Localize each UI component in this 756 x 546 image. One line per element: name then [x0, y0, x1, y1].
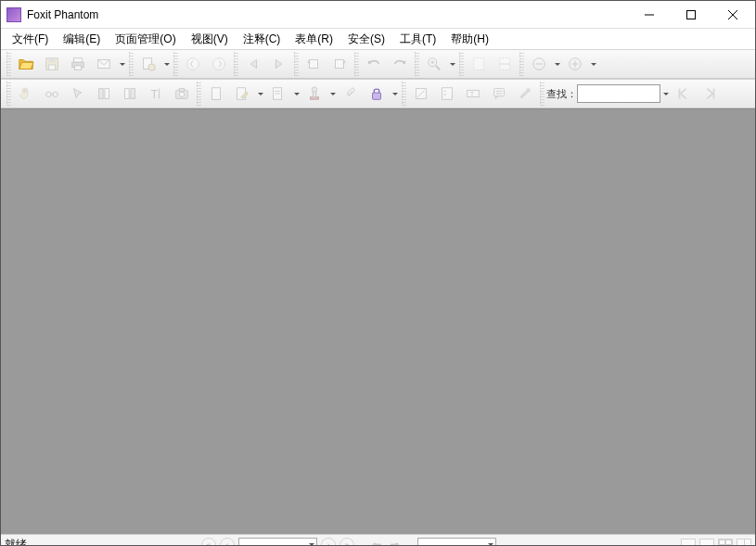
menu-bar: 文件(F) 编辑(E) 页面管理(O) 视图(V) 注释(C) 表单(R) 安全…: [1, 29, 755, 49]
edit-doc-icon[interactable]: [230, 82, 254, 106]
menu-view[interactable]: 视图(V): [184, 30, 236, 49]
view-continuous-facing-icon[interactable]: [737, 539, 751, 547]
text-select-icon[interactable]: T: [144, 82, 168, 106]
document-icon[interactable]: [204, 82, 228, 106]
menu-edit[interactable]: 编辑(E): [56, 30, 108, 49]
back-icon[interactable]: [241, 52, 265, 76]
svg-rect-21: [474, 58, 484, 70]
select-tool-icon[interactable]: [66, 82, 90, 106]
redo-icon[interactable]: [388, 52, 412, 76]
svg-rect-15: [310, 60, 318, 69]
menu-file[interactable]: 文件(F): [5, 30, 56, 49]
nav-back-icon[interactable]: ⇦: [369, 538, 384, 547]
zoom-plus-icon[interactable]: [563, 52, 587, 76]
document-area[interactable]: [1, 108, 755, 534]
nav-forward-icon[interactable]: ⇨: [388, 538, 403, 547]
view-facing-icon[interactable]: [718, 539, 733, 547]
note-icon[interactable]: [487, 82, 511, 106]
view-continuous-icon[interactable]: [699, 539, 714, 547]
maximize-button[interactable]: [670, 1, 711, 28]
create-pdf-dropdown[interactable]: [161, 52, 172, 76]
save-icon[interactable]: [40, 52, 64, 76]
toolbar-1: [1, 49, 755, 79]
svg-point-12: [148, 64, 155, 70]
edit-doc-dropdown[interactable]: [255, 82, 265, 106]
close-button[interactable]: [711, 1, 753, 28]
svg-rect-33: [105, 89, 109, 99]
find-prev-icon[interactable]: [672, 82, 696, 106]
menu-comment[interactable]: 注释(C): [236, 30, 288, 49]
email-icon[interactable]: [92, 52, 116, 76]
search-input[interactable]: [577, 84, 660, 103]
hand-tool-icon[interactable]: [14, 82, 38, 106]
link-icon[interactable]: [513, 82, 537, 106]
svg-point-13: [187, 58, 199, 70]
svg-rect-53: [443, 94, 446, 95]
security-dropdown[interactable]: [390, 82, 400, 106]
ocr-dropdown[interactable]: [291, 82, 301, 106]
zoom-combo[interactable]: [417, 538, 496, 547]
undo-icon[interactable]: [362, 52, 386, 76]
svg-rect-34: [125, 89, 130, 99]
fit-page-icon[interactable]: [467, 52, 491, 76]
svg-rect-5: [48, 58, 55, 62]
svg-rect-35: [131, 89, 135, 99]
glasses-icon[interactable]: [40, 82, 64, 106]
svg-point-29: [46, 92, 51, 96]
email-dropdown[interactable]: [117, 52, 127, 76]
fit-width-icon[interactable]: [493, 52, 517, 76]
menu-form[interactable]: 表单(R): [288, 30, 340, 49]
form-icon[interactable]: [435, 82, 459, 106]
zoom-in-icon[interactable]: [422, 52, 446, 76]
zoom-plus-dropdown[interactable]: [588, 52, 598, 76]
svg-text:T: T: [151, 88, 159, 101]
svg-rect-16: [336, 60, 344, 69]
open-icon[interactable]: [14, 52, 38, 76]
svg-rect-1: [686, 10, 695, 19]
status-last-page-icon[interactable]: »: [340, 538, 354, 547]
search-dropdown[interactable]: [660, 82, 671, 106]
toolbar-2: T T 查找：: [1, 79, 755, 108]
forward-icon[interactable]: [267, 52, 291, 76]
zoom-minus-icon[interactable]: [527, 52, 551, 76]
zoom-dropdown[interactable]: [447, 52, 457, 76]
menu-secure[interactable]: 安全(S): [340, 30, 392, 49]
app-title: Foxit Phantom: [27, 8, 98, 21]
security-lock-icon[interactable]: [365, 82, 389, 106]
first-page-icon[interactable]: [181, 52, 205, 76]
page-number-combo[interactable]: [238, 538, 317, 547]
snapshot-right-icon[interactable]: [118, 82, 142, 106]
ocr-icon[interactable]: [266, 82, 290, 106]
status-first-page-icon[interactable]: «: [201, 538, 216, 547]
view-single-icon[interactable]: [681, 539, 696, 547]
rotate-right-icon[interactable]: [327, 52, 352, 76]
rotate-left-icon[interactable]: [301, 52, 326, 76]
text-field-icon[interactable]: T: [461, 82, 485, 106]
attach-icon[interactable]: [339, 82, 363, 106]
prev-page-icon[interactable]: [207, 52, 231, 76]
sign-icon[interactable]: [409, 82, 433, 106]
snapshot-left-icon[interactable]: [92, 82, 116, 106]
status-prev-page-icon[interactable]: ‹: [220, 538, 235, 547]
stamp-dropdown[interactable]: [327, 82, 338, 106]
stamp-icon[interactable]: [302, 82, 327, 106]
minimize-button[interactable]: [628, 1, 670, 28]
menu-page[interactable]: 页面管理(O): [108, 30, 183, 49]
svg-line-18: [436, 66, 441, 70]
svg-rect-7: [74, 58, 83, 62]
svg-text:T: T: [469, 90, 474, 98]
svg-rect-40: [179, 89, 184, 92]
menu-help[interactable]: 帮助(H): [443, 30, 496, 49]
find-next-icon[interactable]: [698, 82, 722, 106]
create-pdf-icon[interactable]: [136, 52, 160, 76]
svg-rect-56: [494, 89, 505, 96]
svg-rect-32: [99, 89, 104, 99]
svg-rect-41: [212, 88, 221, 100]
svg-point-48: [312, 87, 316, 92]
svg-rect-52: [443, 90, 446, 92]
camera-icon[interactable]: [170, 82, 194, 106]
status-next-page-icon[interactable]: ›: [321, 538, 336, 547]
print-icon[interactable]: [66, 52, 90, 76]
zoom-minus-dropdown[interactable]: [552, 52, 562, 76]
menu-tools[interactable]: 工具(T): [392, 30, 443, 49]
